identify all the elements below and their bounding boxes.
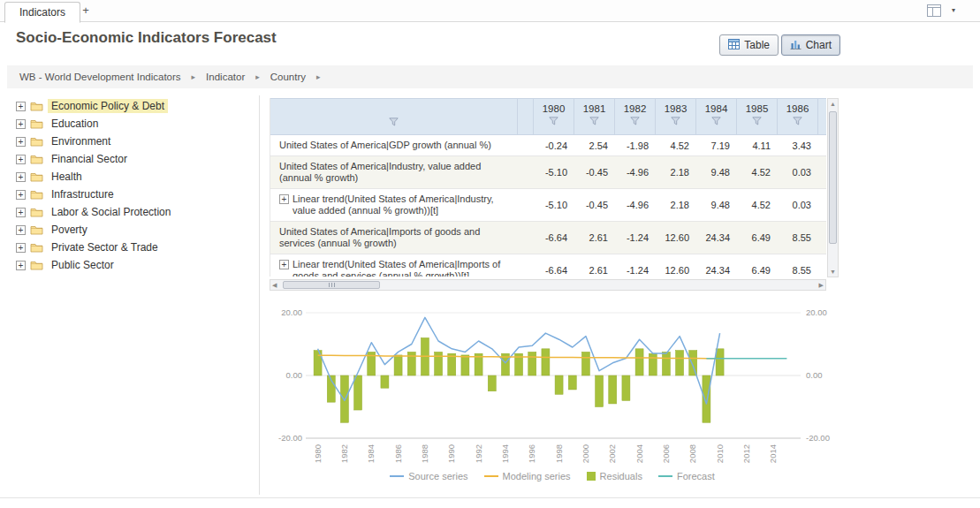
year-column-header-1984[interactable]: 1984 [696, 99, 737, 135]
sidebar-item-environment[interactable]: +Environment [16, 133, 256, 150]
y-axis-label-right: -20.00 [806, 433, 830, 443]
legend-item-residuals[interactable]: Residuals [587, 471, 642, 481]
x-axis-label: 1980 [313, 444, 323, 463]
x-axis-label: 1988 [420, 444, 429, 463]
expand-icon[interactable]: + [16, 155, 26, 164]
value-cell: 4.52 [656, 135, 696, 155]
year-column-header-1986[interactable]: 1986 [778, 99, 818, 135]
row-header-cell[interactable]: +Linear trend(United States of America|I… [270, 254, 518, 277]
sidebar-item-label: Environment [48, 134, 114, 148]
row-header-cell[interactable]: United States of America|Industry, value… [270, 156, 518, 188]
legend-item-forecast[interactable]: Forecast [658, 471, 715, 481]
breadcrumb-item-indicator[interactable]: Indicator [206, 72, 245, 82]
expand-icon[interactable]: + [16, 119, 26, 129]
residual-bar [609, 375, 617, 404]
horizontal-scrollbar[interactable]: ◀ ▶ [270, 279, 826, 291]
folder-icon [30, 224, 43, 235]
expand-icon[interactable]: + [279, 194, 289, 204]
row-spacer [518, 254, 534, 277]
horizontal-scroll-thumb[interactable] [283, 281, 380, 289]
chart-view-button[interactable]: Chart [781, 34, 840, 56]
legend-label: Forecast [677, 471, 715, 481]
residual-bar [435, 352, 443, 375]
value-cell: 12.60 [656, 222, 696, 254]
sidebar-item-financial-sector[interactable]: +Financial Sector [16, 150, 256, 168]
expand-icon[interactable]: + [16, 208, 26, 217]
vertical-scrollbar[interactable]: ▲ ▼ [827, 98, 839, 277]
x-axis-label: 1998 [554, 444, 564, 463]
table-view-button[interactable]: Table [719, 34, 779, 56]
legend-item-source-series[interactable]: Source series [390, 471, 467, 481]
expand-icon[interactable]: + [16, 225, 26, 235]
filter-icon[interactable] [389, 114, 399, 130]
year-column-header-1985[interactable]: 1985 [737, 99, 778, 135]
expand-icon[interactable]: + [279, 260, 289, 269]
sidebar-item-private-sector-trade[interactable]: +Private Sector & Trade [16, 239, 256, 256]
row-header-cell[interactable]: United States of America|Imports of good… [270, 222, 518, 254]
row-filler [818, 189, 826, 221]
value-cell: 6.49 [737, 222, 778, 254]
expand-icon[interactable]: + [16, 190, 26, 200]
tab-indicators[interactable]: Indicators [4, 2, 80, 23]
sidebar-item-economic-policy-debt[interactable]: +Economic Policy & Debt [16, 97, 256, 115]
expand-icon[interactable]: + [16, 172, 26, 182]
value-cell: 0.03 [778, 156, 818, 188]
legend-line-sample [484, 475, 498, 477]
sidebar-item-infrastructure[interactable]: +Infrastructure [16, 186, 256, 203]
chevron-down-icon[interactable]: ▾ [952, 6, 955, 14]
filter-icon[interactable] [630, 117, 640, 127]
filter-icon[interactable] [711, 117, 721, 127]
x-axis-label: 1986 [393, 444, 403, 463]
table-row: United States of America|Imports of good… [270, 222, 826, 254]
legend-item-modeling-series[interactable]: Modeling series [484, 471, 571, 481]
sidebar-item-education[interactable]: +Education [16, 115, 256, 133]
sidebar-item-health[interactable]: +Health [16, 168, 256, 186]
year-label: 1985 [746, 103, 769, 114]
breadcrumb-item-country[interactable]: Country [270, 72, 306, 82]
x-axis-label: 1996 [527, 444, 536, 463]
expand-icon[interactable]: + [16, 243, 26, 253]
scroll-down-arrow[interactable]: ▼ [828, 267, 838, 277]
x-axis-label: 2000 [581, 444, 590, 463]
filter-icon[interactable] [549, 117, 558, 127]
year-label: 1981 [583, 103, 606, 114]
y-axis-label-right: 0.00 [806, 370, 823, 380]
expand-icon[interactable]: + [16, 102, 26, 111]
legend-line-sample [390, 475, 404, 477]
row-header-cell[interactable]: +Linear trend(United States of America|I… [270, 189, 518, 221]
sidebar-item-labor-social-protection[interactable]: +Labor & Social Protection [16, 203, 256, 221]
sidebar-item-poverty[interactable]: +Poverty [16, 221, 256, 239]
year-column-header-1982[interactable]: 1982 [615, 99, 656, 135]
sidebar-item-public-sector[interactable]: +Public Sector [16, 256, 256, 274]
table-row: +Linear trend(United States of America|I… [270, 254, 826, 277]
filter-icon[interactable] [589, 117, 599, 127]
year-column-header-1980[interactable]: 1980 [534, 99, 574, 135]
row-label: Linear trend(United States of America|Im… [292, 259, 513, 277]
row-header-column-header [270, 99, 518, 135]
x-axis-label: 1982 [339, 444, 349, 463]
year-column-header-1983[interactable]: 1983 [656, 99, 696, 135]
filter-icon[interactable] [793, 117, 802, 127]
residual-bar [676, 351, 684, 375]
row-filler [818, 156, 826, 188]
value-cell: -0.45 [574, 189, 615, 221]
layout-icon[interactable] [927, 4, 941, 17]
x-axis-label: 1990 [446, 444, 456, 463]
row-header-cell[interactable]: United States of America|GDP growth (ann… [270, 135, 518, 155]
residual-bar [542, 349, 550, 375]
x-axis-label: 2012 [741, 444, 751, 463]
tab-indicators-label: Indicators [19, 6, 65, 19]
filter-icon[interactable] [752, 117, 762, 127]
scroll-left-arrow[interactable]: ◀ [272, 280, 277, 290]
filter-icon[interactable] [671, 117, 680, 127]
expand-icon[interactable]: + [16, 137, 26, 147]
scroll-up-arrow[interactable]: ▲ [828, 99, 838, 109]
chart-legend: Source seriesModeling seriesResidualsFor… [265, 471, 839, 481]
x-axis-label: 2008 [688, 444, 697, 463]
value-cell: -5.10 [534, 156, 574, 188]
year-column-header-1981[interactable]: 1981 [574, 99, 615, 135]
vertical-scroll-thumb[interactable] [829, 111, 837, 244]
scroll-right-arrow[interactable]: ▶ [819, 280, 824, 290]
expand-icon[interactable]: + [16, 261, 26, 270]
breadcrumb-item-dataset[interactable]: WB - World Development Indicators [19, 72, 181, 82]
